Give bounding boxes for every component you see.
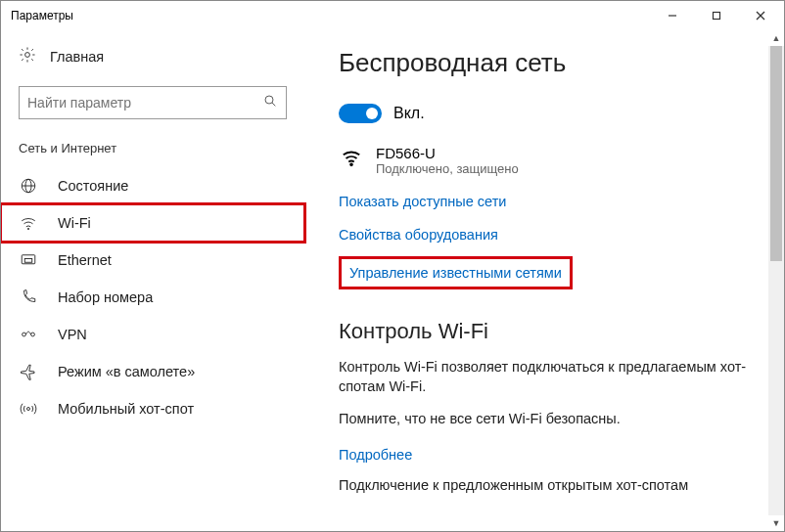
scroll-down-icon[interactable]: ▼	[768, 515, 784, 531]
sidebar: Главная Сеть и Интернет Состояние Wi-Fi	[1, 30, 304, 531]
sidebar-group-label: Сеть и Интернет	[1, 131, 304, 159]
current-network[interactable]: FD566-U Подключено, защищено	[339, 145, 755, 176]
home-button[interactable]: Главная	[1, 40, 304, 72]
sidebar-item-dialup[interactable]: Набор номера	[1, 279, 304, 316]
vpn-icon	[19, 326, 38, 343]
svg-point-5	[265, 96, 273, 104]
link-hardware-properties[interactable]: Свойства оборудования	[339, 223, 755, 246]
sidebar-item-label: Ethernet	[58, 252, 112, 268]
airplane-icon	[19, 363, 38, 380]
phone-icon	[19, 288, 38, 306]
sidebar-item-hotspot[interactable]: Мобильный хот-спот	[1, 390, 304, 427]
sidebar-item-label: VPN	[58, 327, 87, 342]
sidebar-item-vpn[interactable]: VPN	[1, 316, 304, 353]
globe-icon	[19, 177, 38, 195]
link-manage-known-networks[interactable]: Управление известными сетями	[339, 256, 573, 289]
network-status: Подключено, защищено	[376, 161, 519, 176]
gear-icon	[19, 46, 36, 66]
sidebar-item-airplane[interactable]: Режим «в самолете»	[1, 353, 304, 390]
sidebar-item-label: Wi-Fi	[58, 215, 91, 231]
hotspot-icon	[19, 400, 38, 418]
minimize-button[interactable]	[650, 1, 694, 30]
sidebar-item-label: Набор номера	[58, 289, 153, 305]
svg-point-14	[31, 332, 35, 336]
scroll-track[interactable]	[768, 46, 784, 515]
scroll-thumb[interactable]	[770, 46, 782, 261]
maximize-button[interactable]	[694, 1, 738, 30]
link-more[interactable]: Подробнее	[339, 443, 755, 466]
svg-point-10	[27, 228, 28, 229]
close-button[interactable]	[738, 1, 782, 30]
svg-point-16	[350, 163, 352, 165]
sidebar-item-label: Мобильный хот-спот	[58, 401, 194, 417]
page-title: Беспроводная сеть	[339, 48, 755, 78]
svg-point-13	[23, 332, 26, 336]
search-input[interactable]	[19, 86, 287, 119]
svg-line-6	[272, 103, 275, 106]
home-label: Главная	[50, 49, 104, 65]
sidebar-item-ethernet[interactable]: Ethernet	[1, 242, 304, 279]
link-available-networks[interactable]: Показать доступные сети	[339, 190, 755, 213]
svg-point-4	[25, 53, 30, 58]
main-panel: Беспроводная сеть Вкл. FD566-U Подключен…	[304, 30, 784, 531]
ethernet-icon	[19, 251, 38, 269]
wifi-control-heading: Контроль Wi-Fi	[339, 319, 755, 344]
sidebar-item-status[interactable]: Состояние	[1, 167, 304, 204]
sidebar-item-wifi[interactable]: Wi-Fi	[1, 204, 304, 242]
wifi-signal-icon	[339, 147, 364, 172]
wifi-control-desc1: Контроль Wi-Fi позволяет подключаться к …	[339, 358, 755, 396]
toggle-label: Вкл.	[393, 105, 425, 122]
scroll-up-icon[interactable]: ▲	[768, 30, 784, 46]
scrollbar[interactable]: ▲ ▼	[768, 30, 784, 531]
wifi-toggle[interactable]	[339, 104, 382, 123]
search-icon	[262, 93, 278, 112]
sidebar-item-label: Режим «в самолете»	[58, 364, 195, 379]
wifi-control-desc2: Помните, что не все сети Wi-Fi безопасны…	[339, 410, 755, 429]
wifi-control-desc3: Подключение к предложенным открытым хот-…	[339, 476, 755, 496]
sidebar-item-label: Состояние	[58, 178, 128, 194]
window-title: Параметры	[11, 9, 650, 22]
svg-rect-1	[713, 13, 719, 20]
wifi-icon	[19, 214, 38, 232]
network-name: FD566-U	[376, 145, 519, 161]
search-field[interactable]	[27, 95, 262, 111]
svg-rect-12	[24, 259, 32, 263]
svg-point-15	[27, 408, 30, 411]
